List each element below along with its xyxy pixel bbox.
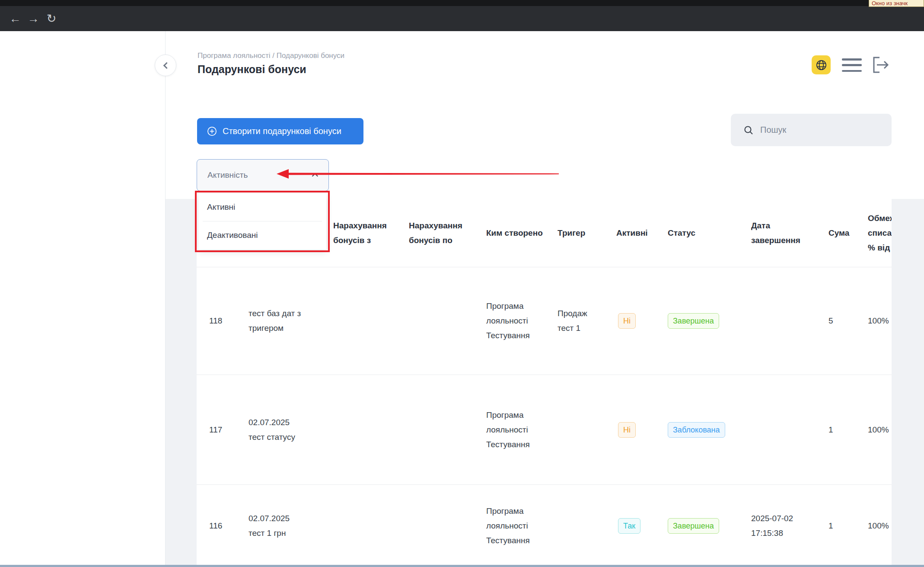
table-row[interactable]: 117 02.07.2025 тест статусу Програма лоя… — [197, 375, 892, 485]
logout-button[interactable] — [870, 54, 892, 77]
cell-created-by: Програма лояльності Тестування — [482, 267, 553, 375]
status-badge: Заблокована — [668, 422, 725, 438]
status-badge: Завершена — [668, 313, 719, 329]
os-tooltip: Окно из значк — [869, 0, 924, 7]
cell-id: 118 — [197, 267, 236, 375]
cell-created-by: Програма лояльності Тестування — [482, 485, 553, 567]
header-end-date: Дата завершення — [743, 199, 821, 267]
header-status: Статус — [657, 199, 743, 267]
cell-accrual-to — [406, 485, 482, 567]
cell-status: Заблокована — [657, 375, 743, 484]
plus-circle-icon — [207, 126, 217, 136]
cell-name: 02.07.2025 тест 1 грн — [236, 485, 331, 567]
table-row[interactable]: 118 тест баз дат з тригером Програма лоя… — [197, 267, 892, 375]
browser-toolbar: ← → ↻ — [0, 6, 924, 31]
active-badge: Ні — [618, 422, 636, 438]
globe-icon — [816, 59, 827, 71]
language-globe-button[interactable] — [812, 55, 831, 74]
cell-id: 116 — [197, 485, 236, 567]
search-input[interactable] — [760, 125, 881, 135]
sidebar — [0, 31, 166, 567]
status-badge: Завершена — [668, 518, 719, 534]
cell-limit: 100% — [858, 267, 892, 375]
active-badge: Ні — [618, 313, 636, 329]
cell-id: 117 — [197, 375, 236, 484]
cell-accrual-to — [406, 267, 482, 375]
cell-trigger: Продаж тест 1 — [553, 267, 614, 375]
breadcrumb: Програма лояльності / Подарункові бонуси — [198, 51, 344, 60]
search-icon — [743, 125, 754, 135]
browser-back-button[interactable]: ← — [6, 12, 24, 26]
cell-accrual-from — [331, 485, 406, 567]
cell-status: Завершена — [657, 485, 743, 567]
menu-hamburger-button[interactable] — [842, 58, 862, 72]
logout-icon — [870, 54, 892, 75]
cell-end-date — [743, 375, 821, 484]
cell-trigger — [553, 375, 614, 484]
cell-end-date: 2025-07-02 17:15:38 — [743, 485, 821, 567]
search-box[interactable] — [731, 114, 892, 146]
cell-name: 02.07.2025 тест статусу — [236, 375, 331, 484]
cell-accrual-to — [406, 375, 482, 484]
gift-bonuses-table: Нарахування бонусів з Нарахування бонусі… — [197, 199, 892, 567]
cell-sum: 1 — [821, 375, 858, 484]
filter-option-deactivated[interactable]: Деактивовані — [198, 221, 326, 249]
activity-filter-dropdown[interactable]: Активність — [197, 159, 329, 191]
cell-accrual-from — [331, 267, 406, 375]
active-badge: Так — [618, 518, 640, 534]
browser-forward-button[interactable]: → — [24, 12, 42, 26]
browser-tab-strip — [0, 0, 924, 6]
chevron-left-icon — [163, 62, 170, 69]
header-limit: Обмеження списання % від — [858, 199, 892, 267]
table-left-gutter — [166, 199, 197, 567]
header-accrual-from: Нарахування бонусів з — [331, 199, 406, 267]
cell-trigger — [553, 485, 614, 567]
cell-end-date — [743, 267, 821, 375]
cell-active: Ні — [614, 267, 657, 375]
header-trigger: Тригер — [553, 199, 614, 267]
filter-option-active[interactable]: Активні — [198, 193, 326, 221]
activity-filter-options-panel: Активні Деактивовані — [198, 193, 326, 250]
page-title: Подарункові бонуси — [198, 63, 306, 76]
create-gift-bonuses-button[interactable]: Створити подарункові бонуси — [197, 118, 363, 144]
table-right-gutter — [892, 199, 924, 567]
chevron-up-icon — [312, 173, 318, 179]
cell-limit: 100% — [858, 375, 892, 484]
horizontal-scrollbar[interactable] — [0, 565, 924, 567]
cell-active: Ні — [614, 375, 657, 484]
browser-reload-button[interactable]: ↻ — [42, 12, 61, 26]
cell-status: Завершена — [657, 267, 743, 375]
cell-accrual-from — [331, 375, 406, 484]
cell-sum: 5 — [821, 267, 858, 375]
sidebar-collapse-button[interactable] — [155, 54, 176, 76]
header-accrual-to: Нарахування бонусів по — [406, 199, 482, 267]
table-row[interactable]: 116 02.07.2025 тест 1 грн Програма лояль… — [197, 485, 892, 567]
cell-active: Так — [614, 485, 657, 567]
cell-sum: 1 — [821, 485, 858, 567]
header-active: Активні — [614, 199, 657, 267]
cell-limit: 100% — [858, 485, 892, 567]
cell-created-by: Програма лояльності Тестування — [482, 375, 553, 484]
cell-name: тест баз дат з тригером — [236, 267, 331, 375]
header-created-by: Ким створено — [482, 199, 553, 267]
header-sum: Сума — [821, 199, 858, 267]
